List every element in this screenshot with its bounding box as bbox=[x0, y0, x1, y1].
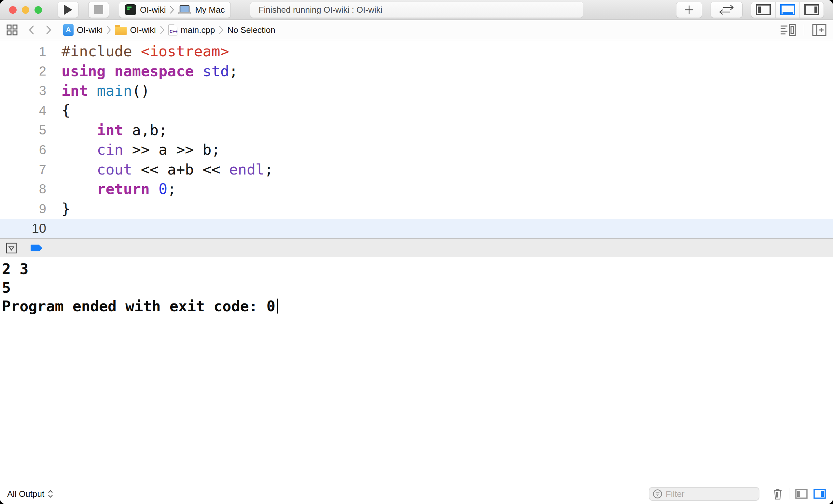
console-bottom-bar: All Output bbox=[0, 484, 833, 504]
line-number[interactable]: 6 bbox=[0, 143, 46, 157]
console-view-toggle-icon[interactable] bbox=[813, 489, 826, 499]
toggle-inspector-panel-button[interactable] bbox=[800, 2, 824, 18]
toggle-navigator-panel-button[interactable] bbox=[751, 2, 776, 18]
code-text: { bbox=[46, 101, 70, 120]
jump-bar: A OI-wiki OI-wiki C++ main.cpp No Select bbox=[0, 20, 833, 40]
console-line: Program ended with exit code: 0 bbox=[2, 297, 833, 315]
minimize-window-button[interactable] bbox=[22, 6, 29, 14]
code-text: cout << a+b << endl; bbox=[46, 160, 273, 179]
scheme-destination-label: My Mac bbox=[195, 5, 224, 15]
close-window-button[interactable] bbox=[9, 6, 17, 14]
line-number[interactable]: 4 bbox=[0, 103, 46, 118]
code-line[interactable]: 10 bbox=[0, 219, 833, 238]
line-number[interactable]: 8 bbox=[0, 182, 46, 196]
activity-status-bar: Finished running OI-wiki : OI-wiki bbox=[250, 2, 583, 18]
output-scope-popup[interactable]: All Output bbox=[7, 489, 53, 499]
console-line: 2 3 bbox=[2, 260, 833, 279]
stop-icon bbox=[94, 5, 103, 14]
hide-debug-area-icon[interactable] bbox=[6, 243, 17, 254]
add-editor-icon[interactable] bbox=[812, 24, 827, 36]
code-text: using namespace std; bbox=[46, 62, 238, 81]
xcode-window: OI-wiki My Mac Finished running OI-wiki … bbox=[0, 0, 833, 504]
forward-icon[interactable] bbox=[46, 25, 51, 35]
panel-toggles bbox=[751, 2, 824, 18]
editor-mode-button[interactable] bbox=[711, 2, 742, 18]
line-number[interactable]: 9 bbox=[0, 201, 46, 216]
code-line[interactable]: 6 cin >> a >> b; bbox=[0, 140, 833, 160]
code-text: int main() bbox=[46, 81, 150, 101]
debug-bar bbox=[0, 238, 833, 257]
my-mac-icon bbox=[178, 5, 191, 14]
console-output: 2 35Program ended with exit code: 0 bbox=[0, 257, 833, 315]
run-button[interactable] bbox=[57, 2, 78, 18]
code-text: #include <iostream> bbox=[46, 42, 229, 61]
output-scope-label: All Output bbox=[7, 489, 44, 499]
toolbar: OI-wiki My Mac Finished running OI-wiki … bbox=[0, 0, 833, 20]
cpp-file-icon: C++ bbox=[168, 24, 177, 35]
breadcrumb-selection[interactable]: No Selection bbox=[227, 25, 275, 35]
console-filter-field[interactable] bbox=[649, 487, 759, 501]
divider bbox=[789, 488, 789, 500]
updown-chevrons-icon bbox=[48, 490, 53, 498]
debug-panel-icon bbox=[780, 4, 795, 15]
code-line[interactable]: 3int main() bbox=[0, 81, 833, 101]
related-items-icon[interactable] bbox=[6, 24, 18, 35]
chevron-right-icon bbox=[170, 5, 174, 14]
line-number[interactable]: 7 bbox=[0, 162, 46, 177]
plus-icon bbox=[684, 5, 694, 15]
stop-button[interactable] bbox=[88, 2, 109, 18]
status-text: Finished running OI-wiki : OI-wiki bbox=[259, 5, 382, 15]
code-text: } bbox=[46, 199, 70, 218]
text-cursor bbox=[277, 298, 278, 314]
breadcrumb-file[interactable]: C++ main.cpp bbox=[168, 24, 215, 35]
inspector-panel-icon bbox=[804, 4, 819, 15]
traffic-lights bbox=[9, 6, 42, 14]
variables-view-toggle-icon[interactable] bbox=[795, 489, 808, 499]
code-line[interactable]: 5 int a,b; bbox=[0, 120, 833, 140]
filter-icon bbox=[653, 489, 662, 499]
code-line[interactable]: 7 cout << a+b << endl; bbox=[0, 160, 833, 179]
line-number[interactable]: 10 bbox=[0, 221, 46, 236]
console-line: 5 bbox=[2, 279, 833, 297]
breadcrumb: A OI-wiki OI-wiki C++ main.cpp No Select bbox=[63, 24, 276, 36]
xcode-project-icon: A bbox=[63, 24, 74, 36]
line-number[interactable]: 1 bbox=[0, 44, 46, 59]
folder-icon bbox=[115, 27, 127, 35]
code-line[interactable]: 4{ bbox=[0, 101, 833, 120]
code-line[interactable]: 2using namespace std; bbox=[0, 61, 833, 81]
library-add-button[interactable] bbox=[676, 2, 702, 18]
zoom-window-button[interactable] bbox=[34, 6, 42, 14]
swap-arrows-icon bbox=[719, 5, 734, 15]
scheme-selector[interactable]: OI-wiki My Mac bbox=[119, 2, 231, 18]
navigator-panel-icon bbox=[756, 4, 771, 15]
scheme-target-icon bbox=[125, 4, 136, 15]
code-text: int a,b; bbox=[46, 120, 167, 140]
divider bbox=[804, 24, 804, 35]
code-line[interactable]: 8 return 0; bbox=[0, 179, 833, 199]
code-text: cin >> a >> b; bbox=[46, 140, 220, 160]
breadcrumb-project[interactable]: A OI-wiki bbox=[63, 24, 102, 36]
code-text: return 0; bbox=[46, 179, 176, 199]
trash-icon[interactable] bbox=[772, 488, 783, 500]
line-number[interactable]: 5 bbox=[0, 123, 46, 137]
toggle-debug-area-button[interactable] bbox=[776, 2, 800, 18]
chevron-separator-icon bbox=[160, 25, 164, 34]
code-line[interactable]: 1#include <iostream> bbox=[0, 42, 833, 61]
play-icon bbox=[63, 4, 73, 15]
debug-console[interactable]: 2 35Program ended with exit code: 0 All … bbox=[0, 257, 833, 504]
code-line[interactable]: 9} bbox=[0, 199, 833, 218]
code-lines: 1#include <iostream>2using namespace std… bbox=[0, 42, 833, 238]
breadcrumb-group[interactable]: OI-wiki bbox=[115, 25, 156, 35]
line-number[interactable]: 2 bbox=[0, 64, 46, 78]
chevron-separator-icon bbox=[219, 25, 223, 34]
source-editor[interactable]: 1#include <iostream>2using namespace std… bbox=[0, 40, 833, 238]
back-icon[interactable] bbox=[29, 25, 34, 35]
filter-input[interactable] bbox=[666, 489, 744, 499]
chevron-separator-icon bbox=[106, 25, 111, 34]
editor-options-icon[interactable] bbox=[780, 23, 796, 37]
line-number[interactable]: 3 bbox=[0, 83, 46, 98]
breakpoints-toggle-icon[interactable] bbox=[31, 244, 42, 251]
scheme-target-label: OI-wiki bbox=[140, 5, 166, 15]
